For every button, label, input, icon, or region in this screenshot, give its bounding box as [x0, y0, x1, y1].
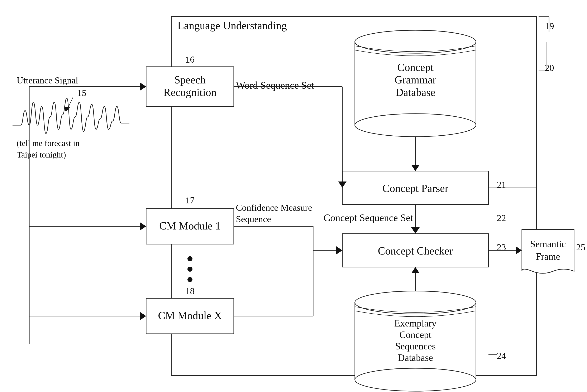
concept-grammar-db-label: Concept — [397, 61, 434, 73]
word-sequence-set-label: Word Sequence Set — [236, 80, 314, 91]
speech-recognition-label1: Speech — [174, 74, 206, 86]
num-25-label: 25 — [576, 242, 585, 252]
semantic-frame-label: Semantic — [530, 239, 566, 249]
concept-grammar-db-label2: Grammar — [394, 74, 436, 86]
exemplary-db-label3: Sequences — [395, 341, 436, 352]
num-20-label: 20 — [545, 63, 554, 73]
diagram-container: Language Understanding 19 20 Concept Gra… — [0, 0, 587, 392]
svg-rect-0 — [0, 0, 587, 392]
utterance-signal-label: Utterance Signal — [17, 75, 78, 86]
utterance-example-label2: Taipei tonight) — [17, 150, 66, 160]
svg-point-8 — [355, 114, 476, 137]
svg-point-24 — [355, 368, 476, 391]
concept-grammar-db-label3: Database — [396, 86, 435, 98]
num-16-label: 16 — [185, 54, 195, 65]
num-19-label: 19 — [545, 21, 554, 31]
confidence-measure-label1: Confidence Measure — [236, 202, 312, 213]
svg-point-39 — [188, 266, 193, 272]
semantic-frame-label2: Frame — [536, 251, 560, 262]
num-18-label: 18 — [185, 286, 195, 296]
num-21-label: 21 — [497, 180, 506, 190]
svg-point-23 — [355, 291, 476, 314]
speech-recognition-label2: Recognition — [164, 86, 217, 98]
concept-checker-label: Concept Checker — [378, 245, 453, 257]
exemplary-db-label4: Database — [398, 352, 433, 363]
num-23-label: 23 — [497, 242, 506, 252]
num-15-label: 15 — [77, 88, 87, 98]
num-17-label: 17 — [185, 195, 195, 206]
num-24-label: 24 — [497, 351, 506, 361]
svg-point-38 — [188, 256, 193, 261]
exemplary-db-label1: Exemplary — [394, 318, 436, 328]
language-understanding-label: Language Understanding — [177, 20, 287, 32]
svg-point-40 — [188, 277, 193, 282]
confidence-measure-label2: Sequence — [236, 214, 271, 224]
exemplary-db-label2: Concept — [399, 330, 431, 340]
cm-module-x-label: CM Module X — [158, 310, 222, 322]
cm-module-1-label: CM Module 1 — [159, 220, 221, 232]
concept-parser-label: Concept Parser — [382, 182, 448, 194]
concept-sequence-set-label: Concept Sequence Set — [324, 212, 413, 223]
utterance-example-label1: (tell me forecast in — [17, 138, 80, 148]
num-22-label: 22 — [497, 213, 506, 223]
